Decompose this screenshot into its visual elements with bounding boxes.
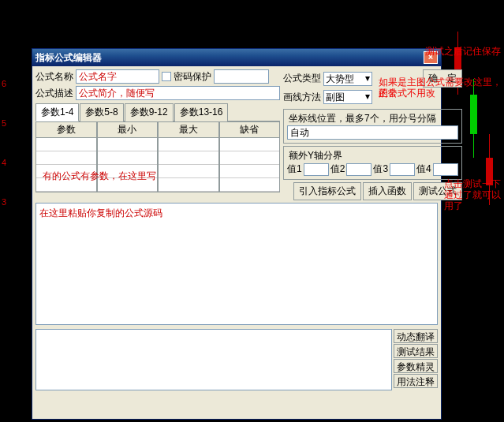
code-textarea[interactable] xyxy=(35,203,438,325)
extra-y-legend: 额外Y轴分界 xyxy=(287,149,344,162)
param-cell[interactable] xyxy=(159,138,218,151)
tab-params-1-4[interactable]: 参数1-4 xyxy=(35,103,79,121)
param-hint: 有的公式有参数，在这里写 xyxy=(43,170,156,183)
name-input[interactable] xyxy=(76,69,159,84)
param-cell[interactable] xyxy=(159,151,218,165)
note-right2: 的公式不用改 xyxy=(379,88,435,99)
label-type: 公式类型 xyxy=(283,72,321,85)
candle xyxy=(470,95,477,134)
editor-window: 指标公式编辑器 × 公式名称 密码保护 公式描述 参数1-4 参数5 xyxy=(32,48,442,420)
col-max: 最大 xyxy=(159,122,218,138)
val2-input[interactable] xyxy=(346,163,371,176)
label-val3: 值3 xyxy=(373,162,388,176)
label-draw: 画线方法 xyxy=(283,91,321,104)
param-cell[interactable] xyxy=(159,178,218,192)
y-axis-6: 6 xyxy=(2,79,6,88)
param-tabs: 参数1-4 参数5-8 参数9-12 参数13-16 xyxy=(35,103,280,121)
test-result-button[interactable]: 测试结果 xyxy=(394,344,438,358)
param-cell[interactable] xyxy=(220,138,280,151)
draw-select[interactable]: 副图 xyxy=(323,90,372,104)
label-val2: 值2 xyxy=(330,162,345,176)
usage-note-button[interactable]: 用法注释 xyxy=(394,374,438,388)
note-test: 点击测试一下 通过了就可以 用了 xyxy=(444,178,501,211)
password-input[interactable] xyxy=(214,69,269,84)
param-cell[interactable] xyxy=(98,138,158,151)
param-cell[interactable] xyxy=(36,151,96,165)
label-password: 密码保护 xyxy=(174,70,211,84)
param-cell[interactable] xyxy=(159,165,218,178)
param-cell[interactable] xyxy=(220,178,280,192)
col-default: 缺省 xyxy=(220,122,280,138)
y-axis-4: 4 xyxy=(2,158,6,167)
param-wizard-button[interactable]: 参数精灵 xyxy=(394,359,438,373)
note-top: 测试之后记住保存 xyxy=(425,46,501,57)
type-select[interactable]: 大势型 xyxy=(323,72,372,86)
tab-params-9-12[interactable]: 参数9-12 xyxy=(125,103,174,121)
password-checkbox[interactable] xyxy=(162,72,171,81)
col-param: 参数 xyxy=(36,122,96,138)
coord-legend: 坐标线位置，最多7个，用分号分隔 xyxy=(287,112,438,125)
tab-params-13-16[interactable]: 参数13-16 xyxy=(174,103,229,121)
insert-func-button[interactable]: 插入函数 xyxy=(363,182,412,200)
y-axis-5: 5 xyxy=(2,118,6,128)
coord-input[interactable] xyxy=(287,125,458,140)
param-cell[interactable] xyxy=(98,151,158,165)
param-cell[interactable] xyxy=(220,165,280,178)
val4-input[interactable] xyxy=(433,163,458,176)
dyn-translate-button[interactable]: 动态翻译 xyxy=(394,329,438,343)
param-cell[interactable] xyxy=(36,138,96,151)
titlebar[interactable]: 指标公式编辑器 × xyxy=(32,49,441,66)
label-name: 公式名称 xyxy=(35,70,73,84)
window-title: 指标公式编辑器 xyxy=(35,51,102,65)
desc-input[interactable] xyxy=(76,86,280,100)
label-val4: 值4 xyxy=(416,162,431,176)
message-area[interactable] xyxy=(35,329,392,390)
label-desc: 公式描述 xyxy=(35,87,73,100)
col-min: 最小 xyxy=(98,122,158,138)
val1-input[interactable] xyxy=(304,163,329,176)
y-axis-3: 3 xyxy=(2,197,6,207)
label-val1: 值1 xyxy=(287,162,302,176)
param-cell[interactable] xyxy=(220,151,280,165)
tab-params-5-8[interactable]: 参数5-8 xyxy=(80,103,123,121)
import-formula-button[interactable]: 引入指标公式 xyxy=(293,182,361,200)
val3-input[interactable] xyxy=(390,163,415,176)
